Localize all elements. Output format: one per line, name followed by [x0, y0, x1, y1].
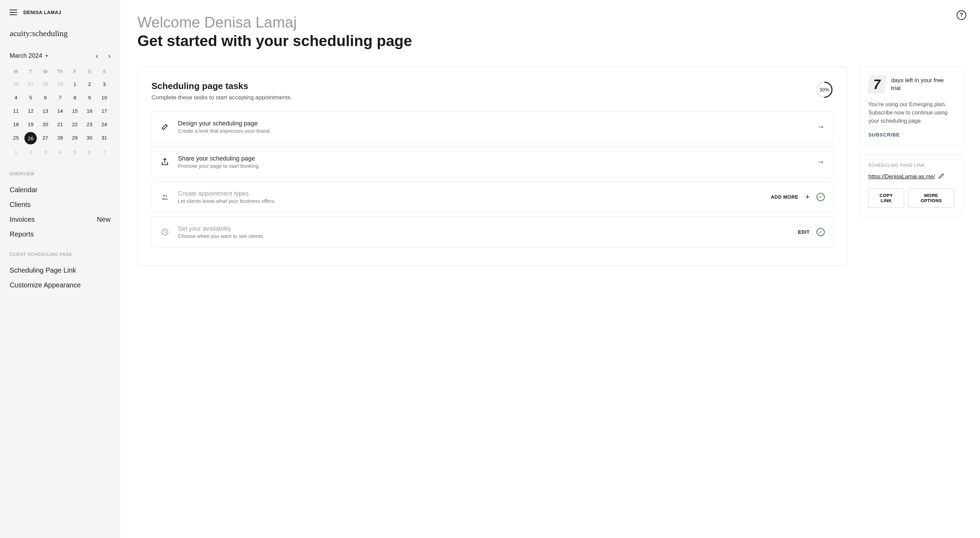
calendar-day[interactable]: 29: [68, 132, 81, 144]
nav-item-reports[interactable]: Reports: [10, 227, 111, 242]
task-item[interactable]: Design your scheduling pageCreate a look…: [151, 112, 833, 142]
arrow-right-icon[interactable]: →: [817, 122, 825, 131]
weekday-header: F: [68, 67, 81, 76]
weekday-header: Th: [54, 67, 67, 76]
tasks-title: Scheduling page tasks: [151, 81, 292, 91]
nav-item-invoices[interactable]: InvoicesNew: [10, 212, 111, 227]
calendar-day[interactable]: 7: [98, 147, 111, 158]
people-icon: [160, 192, 170, 202]
calendar-day[interactable]: 1: [10, 147, 22, 158]
calendar-day[interactable]: 28: [39, 78, 52, 90]
calendar-day[interactable]: 27: [39, 132, 52, 144]
calendar-day[interactable]: 15: [68, 105, 81, 117]
calendar-day[interactable]: 4: [10, 92, 22, 103]
calendar-day[interactable]: 5: [24, 92, 37, 103]
copy-link-button[interactable]: COPY LINK: [869, 188, 904, 208]
task-title: Set your availability: [178, 225, 790, 232]
task-title: Design your scheduling page: [178, 120, 809, 127]
calendar-day[interactable]: 28: [54, 132, 67, 144]
calendar-day[interactable]: 6: [39, 92, 52, 103]
check-icon: ✓: [816, 228, 825, 236]
task-desc: Let clients know what your business offe…: [178, 198, 762, 204]
calendar-day[interactable]: 19: [24, 118, 37, 130]
calendar-day[interactable]: 22: [68, 118, 81, 130]
check-icon: ✓: [816, 193, 825, 201]
share-icon: [160, 157, 170, 167]
next-month-button[interactable]: ›: [108, 52, 111, 60]
add-more-label: ADD MORE: [771, 194, 798, 200]
calendar-day[interactable]: 9: [83, 92, 96, 103]
calendar-day[interactable]: 27: [24, 78, 37, 90]
more-options-button[interactable]: MORE OPTIONS: [908, 188, 954, 208]
calendar-day[interactable]: 17: [98, 105, 111, 117]
nav-item-scheduling-page-link[interactable]: Scheduling Page Link: [10, 263, 111, 278]
subscribe-button[interactable]: SUBSCRIBE: [869, 132, 954, 137]
calendar-day[interactable]: 12: [24, 105, 37, 117]
nav-label: Invoices: [10, 216, 35, 224]
plus-icon[interactable]: +: [805, 193, 810, 201]
calendar-day[interactable]: 26: [24, 132, 37, 144]
calendar-day[interactable]: 26: [10, 78, 22, 90]
calendar-day[interactable]: 4: [54, 147, 67, 158]
calendar-day[interactable]: 10: [98, 92, 111, 103]
arrow-right-icon[interactable]: →: [817, 158, 825, 166]
calendar-day[interactable]: 13: [39, 105, 52, 117]
calendar-day[interactable]: 20: [39, 118, 52, 130]
calendar-day[interactable]: 24: [98, 118, 111, 130]
calendar-day[interactable]: 7: [54, 92, 67, 103]
nav-label: Reports: [10, 230, 33, 238]
calendar-day[interactable]: 8: [68, 92, 81, 103]
task-title: Create appointment types: [178, 190, 762, 197]
link-card-label: SCHEDULING PAGE LINK: [869, 163, 954, 168]
nav-item-clients[interactable]: Clients: [10, 197, 111, 212]
weekday-header: M: [10, 67, 22, 76]
nav-label: Scheduling Page Link: [10, 267, 76, 274]
logo: acuity:scheduling: [10, 29, 111, 38]
calendar-day[interactable]: 2: [83, 78, 96, 90]
prev-month-button[interactable]: ‹: [96, 52, 98, 60]
calendar-day[interactable]: 18: [10, 118, 22, 130]
nav-item-customize-appearance[interactable]: Customize Appearance: [10, 278, 111, 292]
calendar-day[interactable]: 14: [54, 105, 67, 117]
calendar-day[interactable]: 3: [98, 78, 111, 90]
calendar-day[interactable]: 1: [68, 78, 81, 90]
calendar-day[interactable]: 2: [24, 147, 37, 158]
calendar-day[interactable]: 16: [83, 105, 96, 117]
csp-label: CLIENT SCHEDULING PAGE: [10, 252, 111, 257]
trial-days: 7: [867, 75, 887, 94]
nav-badge: New: [97, 216, 111, 224]
trial-desc: You're using our Emerging plan. Subscrib…: [869, 101, 954, 125]
calendar-day[interactable]: 6: [83, 147, 96, 158]
calendar-day[interactable]: 5: [68, 147, 81, 158]
calendar-day[interactable]: 30: [83, 132, 96, 144]
calendar-day[interactable]: 23: [83, 118, 96, 130]
calendar-day[interactable]: 3: [39, 147, 52, 158]
trial-card: 7 days left in your free trial You're us…: [860, 67, 963, 146]
calendar-day[interactable]: 29: [54, 78, 67, 90]
month-selector[interactable]: March 2024 ▼: [10, 52, 48, 59]
weekday-header: S: [98, 67, 111, 76]
svg-point-2: [163, 195, 165, 196]
calendar-day[interactable]: 31: [98, 132, 111, 144]
progress-text: 50%: [819, 87, 829, 93]
calendar-day[interactable]: 11: [10, 105, 22, 117]
calendar-day[interactable]: 25: [10, 132, 22, 144]
scheduling-link[interactable]: https://DenisaLamaj.as.me/: [869, 174, 935, 180]
nav-item-calendar[interactable]: Calendar: [10, 182, 111, 197]
overview-label: OVERVIEW: [10, 172, 111, 176]
link-card: SCHEDULING PAGE LINK https://DenisaLamaj…: [860, 154, 963, 216]
task-item[interactable]: Share your scheduling pagePromote your p…: [151, 147, 833, 177]
calendar-day[interactable]: 21: [54, 118, 67, 130]
weekday-header: S: [83, 67, 96, 76]
task-item[interactable]: Set your availabilityChoose when you wan…: [151, 217, 833, 247]
task-item[interactable]: Create appointment typesLet clients know…: [151, 182, 833, 212]
edit-label[interactable]: EDIT: [798, 229, 810, 235]
help-icon[interactable]: ?: [957, 10, 966, 20]
month-label: March 2024: [10, 52, 42, 59]
weekday-header: T: [24, 67, 37, 76]
user-name: DENISA LAMAJ: [23, 10, 62, 15]
brush-icon: [160, 122, 170, 132]
menu-icon[interactable]: [10, 10, 17, 15]
pencil-icon[interactable]: [939, 173, 944, 180]
tasks-subtitle: Complete these tasks to start accepting …: [151, 94, 292, 101]
